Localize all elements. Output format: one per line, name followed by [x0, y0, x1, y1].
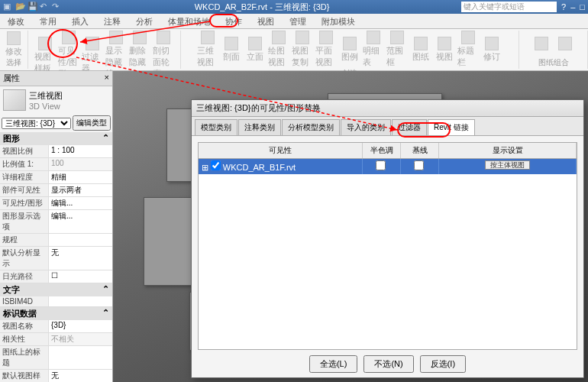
title-bar: ▣ 📂 💾 ↶ ↷ WKCD_AR_B2F.rvt - 三维视图: {3D} 键… [0, 0, 588, 14]
ribbon-group-create: 三维视图 剖面 立面 绘图视图 视图复制 平面视图 图例 明细表 范围框 图纸 … [181, 31, 519, 69]
dtab-filters[interactable]: 过滤器 [392, 119, 427, 135]
ribbon-group-graphics: 视图样板 可见性/图形 过滤器 显示隐藏线 删除隐藏线 剖切面轮廓 图形 [28, 31, 181, 69]
property-grid[interactable]: 图形⌃视图比例1 : 100比例值 1:100详细程度精细部件可见性显示两者可见… [0, 132, 112, 382]
row-visibility-checkbox[interactable] [211, 160, 221, 170]
tab-modify[interactable]: 修改 [0, 14, 32, 28]
prop-row[interactable]: 比例值 1:100 [0, 158, 112, 171]
dtab-analytical[interactable]: 分析模型类别 [282, 119, 340, 135]
qat-save-icon[interactable]: 💾 [27, 2, 38, 12]
btn-scope[interactable]: 范围框 [386, 31, 408, 68]
qat-undo-icon[interactable]: ↶ [40, 2, 50, 12]
dtab-imported[interactable]: 导入的类别 [341, 119, 391, 135]
links-table: 可见性 半色调 基线 显示设置 ⊞ WKCD_AR_B1F.rvt 按主体视图 [198, 142, 577, 350]
btn-sheet[interactable]: 图纸 [410, 31, 431, 68]
btn-view[interactable]: 视图 [434, 31, 455, 68]
dialog-footer: 全选(L) 不选(N) 反选(I) [192, 355, 583, 373]
tab-annotate[interactable]: 注释 [96, 14, 128, 28]
prop-row[interactable]: 默认视图样板无 [0, 370, 112, 382]
ribbon-group-sheetcomp: 图纸组合 [519, 31, 588, 69]
row-halftone-checkbox[interactable] [376, 160, 386, 170]
document-title: WKCD_AR_B2F.rvt - 三维视图: {3D} [63, 2, 461, 13]
btn-plan[interactable]: 平面视图 [315, 31, 337, 68]
app-menu-icon[interactable]: ▣ [3, 2, 14, 12]
help-icon[interactable]: ? [561, 2, 566, 11]
btn-splice[interactable] [531, 31, 552, 57]
qat-open-icon[interactable]: 📂 [15, 2, 26, 12]
select-all-button[interactable]: 全选(L) [309, 355, 357, 373]
prop-row[interactable]: 部件可见性显示两者 [0, 184, 112, 197]
prop-row[interactable]: 相关性不相关 [0, 333, 112, 346]
btn-duplicate[interactable]: 视图复制 [292, 31, 313, 68]
tab-manage[interactable]: 管理 [282, 14, 314, 28]
btn-viewref[interactable] [554, 31, 576, 57]
btn-3d-view[interactable]: 三维视图 [197, 31, 218, 68]
qat-redo-icon[interactable]: ↷ [52, 2, 63, 12]
prop-row[interactable]: 日光路径☐ [0, 270, 112, 283]
close-icon[interactable]: × [105, 73, 109, 84]
tab-analyze[interactable]: 分析 [128, 14, 160, 28]
properties-header: 属性× [0, 71, 112, 86]
cube-icon [3, 89, 26, 111]
btn-drafting[interactable]: 绘图视图 [268, 31, 289, 68]
ribbon-group-select: 修改 选择 [0, 31, 28, 69]
prop-row[interactable]: 可见性/图形编辑... [0, 197, 112, 210]
tab-home[interactable]: 常用 [32, 14, 64, 28]
btn-legend[interactable]: 图例 [339, 31, 360, 68]
edit-type-button[interactable]: 编辑类型 [73, 115, 111, 131]
tab-addins[interactable]: 附加模块 [314, 14, 363, 28]
prop-row[interactable]: 默认分析显示无 [0, 247, 112, 270]
view-type-display: 三维视图3D View [0, 86, 112, 114]
dialog-tabs: 模型类别 注释类别 分析模型类别 导入的类别 过滤器 Revit 链接 [192, 117, 583, 136]
quick-access-toolbar: ▣ 📂 💾 ↶ ↷ [3, 2, 63, 12]
tab-view[interactable]: 视图 [250, 14, 282, 28]
table-header: 可见性 半色调 基线 显示设置 [199, 143, 577, 159]
expand-icon[interactable]: ⊞ [202, 163, 208, 172]
table-row[interactable]: ⊞ WKCD_AR_B1F.rvt 按主体视图 [199, 159, 577, 174]
tab-insert[interactable]: 插入 [64, 14, 96, 28]
btn-revision[interactable]: 修订 [481, 31, 502, 68]
link-name: WKCD_AR_B1F.rvt [223, 163, 296, 172]
btn-section[interactable]: 剖面 [221, 31, 242, 68]
display-setting-button[interactable]: 按主体视图 [485, 160, 530, 170]
row-underlay-checkbox[interactable] [414, 160, 424, 170]
prop-section[interactable]: 标识数据⌃ [0, 307, 112, 320]
type-selector[interactable]: 三维视图: {3D} [2, 118, 71, 129]
minimize-icon[interactable]: – [570, 2, 575, 11]
prop-section[interactable]: 文字⌃ [0, 283, 112, 296]
maximize-icon[interactable]: □ [580, 2, 585, 11]
btn-titleblk[interactable]: 标题栏 [457, 31, 479, 68]
search-input[interactable]: 键入关键字或短语 [461, 2, 557, 12]
tab-collab[interactable]: 协作 [218, 14, 250, 28]
prop-row[interactable]: 视图名称{3D} [0, 320, 112, 333]
prop-row[interactable]: 图形显示选项编辑... [0, 210, 112, 234]
dtab-anno[interactable]: 注释类别 [238, 119, 281, 135]
properties-panel: 属性× 三维视图3D View 三维视图: {3D} 编辑类型 图形⌃视图比例1… [0, 71, 113, 382]
prop-row[interactable]: ISBIM4D [0, 296, 112, 307]
dtab-model[interactable]: 模型类别 [195, 119, 237, 135]
btn-modify[interactable]: 修改 [3, 31, 24, 57]
dtab-revit-links[interactable]: Revit 链接 [428, 119, 475, 135]
btn-elevation[interactable]: 立面 [244, 31, 266, 68]
prop-row[interactable]: 规程 [0, 234, 112, 247]
prop-row[interactable]: 详细程度精细 [0, 171, 112, 184]
ribbon-panel: 修改 选择 视图样板 可见性/图形 过滤器 显示隐藏线 删除隐藏线 剖切面轮廓 … [0, 29, 588, 71]
visibility-dialog: 三维视图: {3D}的可见性/图形替换 模型类别 注释类别 分析模型类别 导入的… [191, 99, 584, 378]
ribbon-tabs: 修改 常用 插入 注释 分析 体量和场地 协作 视图 管理 附加模块 [0, 14, 588, 29]
tab-mass-site[interactable]: 体量和场地 [160, 14, 218, 28]
dialog-title: 三维视图: {3D}的可见性/图形替换 [192, 100, 583, 117]
invert-button[interactable]: 反选(I) [420, 355, 466, 373]
btn-schedule[interactable]: 明细表 [363, 31, 384, 68]
prop-section[interactable]: 图形⌃ [0, 132, 112, 145]
prop-row[interactable]: 图纸上的标题 [0, 346, 112, 370]
select-none-button[interactable]: 不选(N) [363, 355, 413, 373]
prop-row[interactable]: 视图比例1 : 100 [0, 145, 112, 158]
window-controls: ? – □ [561, 2, 585, 11]
